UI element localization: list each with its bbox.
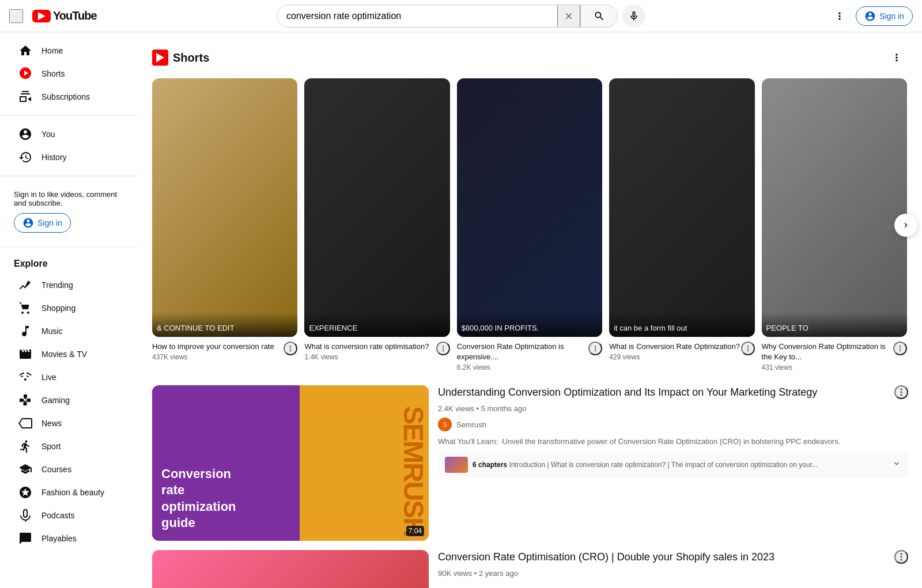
short-card[interactable]: EXPERIENCE What is conversion rate optim… [304,78,449,371]
subscriptions-icon [18,90,32,104]
header: YouTube Sign in [0,0,922,32]
video-title: Conversion Rate Optimisation (CRO) | Dou… [438,550,774,564]
sidebar-item-podcasts[interactable]: Podcasts [5,504,134,527]
short-overlay-text: EXPERIENCE [304,312,449,337]
sidebar-history-label: History [41,153,67,162]
short-overlay-text: $800,000 IN PROFITS. [457,312,602,337]
search-input[interactable] [277,5,557,27]
video-info: Understanding Conversion Optimization an… [438,385,908,541]
sidebar-music-label: Music [41,327,63,336]
search-bar [277,5,618,28]
sidebar-item-subscriptions[interactable]: Subscriptions [5,85,134,108]
shorts-section-icon [152,50,168,66]
sidebar-movies-label: Movies & TV [41,350,87,359]
sidebar-item-shopping[interactable]: Shopping [5,297,134,320]
sign-in-label: Sign in [879,12,904,21]
movies-icon [18,347,32,361]
sidebar-gaming-label: Gaming [41,396,70,405]
sidebar-trending-label: Trending [41,280,73,290]
sidebar-item-music[interactable]: Music [5,320,134,343]
shorts-next-button[interactable] [894,214,917,237]
short-views: 437K views [152,353,274,361]
chapters-expand-button[interactable] [892,459,901,470]
short-views: 1.4K views [304,353,429,361]
sidebar-sign-in-label: Sign in [37,218,62,227]
sign-in-section: Sign in to like videos, comment and subs… [0,183,138,240]
podcasts-icon [18,509,32,522]
short-card[interactable]: $800,000 IN PROFITS. Conversion Rate Opt… [457,78,602,371]
sidebar-item-gaming[interactable]: Gaming [5,389,134,412]
sidebar-sport-label: Sport [41,442,61,451]
sidebar-item-home[interactable]: Home [5,39,134,62]
sidebar-item-trending[interactable]: Trending [5,274,134,297]
short-card[interactable]: & CONTINUE TO EDIT How to improve your c… [152,78,297,371]
sidebar-home-label: Home [41,46,63,55]
video-card[interactable]: Conversion Rate Optimisation (CRO) | Dou… [152,550,908,588]
microphone-button[interactable] [622,5,645,28]
fashion-icon [18,485,32,499]
short-more-button[interactable] [436,342,450,355]
shorts-section-header: Shorts [152,46,908,69]
shorts-grid: & CONTINUE TO EDIT How to improve your c… [152,78,908,371]
video-thumbnail: Conversionrateoptimizationguide SEMRUSH … [152,385,429,541]
video-thumb-bg: Conversionrateoptimizationguide SEMRUSH [152,385,429,541]
video-card[interactable]: Conversionrateoptimizationguide SEMRUSH … [152,385,908,541]
video-info: Conversion Rate Optimisation (CRO) | Dou… [438,550,908,588]
sidebar-divider-1 [0,115,138,116]
sidebar-item-shorts[interactable]: Shorts [5,62,134,85]
shorts-more-button[interactable] [885,46,908,69]
sidebar-divider-2 [0,176,138,176]
sidebar-item-news[interactable]: News [5,412,134,435]
sidebar-item-movies[interactable]: Movies & TV [5,343,134,366]
short-more-button[interactable] [588,342,602,355]
menu-button[interactable] [9,9,23,23]
more-options-button[interactable] [828,5,851,28]
short-views: 431 views [762,363,893,371]
sidebar-divider-3 [0,246,138,247]
trending-icon [18,278,32,292]
sidebar: Home Shorts Subscriptions You History Si… [0,32,138,588]
sidebar-item-you[interactable]: You [5,123,134,146]
video-title: Understanding Conversion Optimization an… [438,385,817,400]
short-more-button[interactable] [741,342,755,355]
history-icon [18,150,32,164]
short-title: What is conversion rate optimisation? [304,342,429,352]
sidebar-item-playables[interactable]: Playables [5,527,134,550]
sidebar-sign-in-button[interactable]: Sign in [14,213,71,233]
sidebar-fashion-label: Fashion & beauty [41,488,104,497]
sidebar-shopping-label: Shopping [41,304,75,313]
sidebar-item-fashion[interactable]: Fashion & beauty [5,481,134,504]
sidebar-courses-label: Courses [41,465,71,474]
video-meta: 2.4K views • 5 months ago [438,404,908,413]
sidebar-subscriptions-label: Subscriptions [41,92,90,101]
short-card[interactable]: it can be a form fill out What is Conver… [609,78,754,371]
chapters-row: 6 chapters Introduction | What is conver… [438,452,908,477]
sidebar-item-history[interactable]: History [5,146,134,169]
short-card[interactable]: PEOPLE TO Why Conversion Rate Optimizati… [762,78,907,371]
short-title: What is Conversion Rate Optimization? [609,342,740,352]
sign-in-button[interactable]: Sign in [856,6,913,26]
video-more-button[interactable] [894,550,908,564]
short-overlay-text: & CONTINUE TO EDIT [152,312,297,337]
sidebar-item-courses[interactable]: Courses [5,458,134,481]
sport-icon [18,439,32,453]
short-overlay-text: it can be a form fill out [609,312,754,337]
video-list: Conversionrateoptimizationguide SEMRUSH … [152,385,908,588]
playables-icon [18,532,32,545]
short-overlay-text: PEOPLE TO [762,312,907,337]
sidebar-item-sport[interactable]: Sport [5,435,134,458]
video-more-button[interactable] [894,385,908,399]
header-left: YouTube [9,9,124,23]
short-more-button[interactable] [284,342,297,355]
search-clear-button[interactable] [557,5,580,28]
sidebar-live-label: Live [41,373,56,382]
video-meta: 90K views • 2 years ago [438,569,908,578]
live-icon [18,370,32,384]
youtube-logo[interactable]: YouTube [32,9,97,22]
music-icon [18,324,32,338]
short-views: 6.2K views [457,363,588,371]
short-more-button[interactable] [893,342,907,355]
short-thumbnail: it can be a form fill out [609,78,754,337]
search-button[interactable] [580,5,617,28]
sidebar-item-live[interactable]: Live [5,366,134,389]
